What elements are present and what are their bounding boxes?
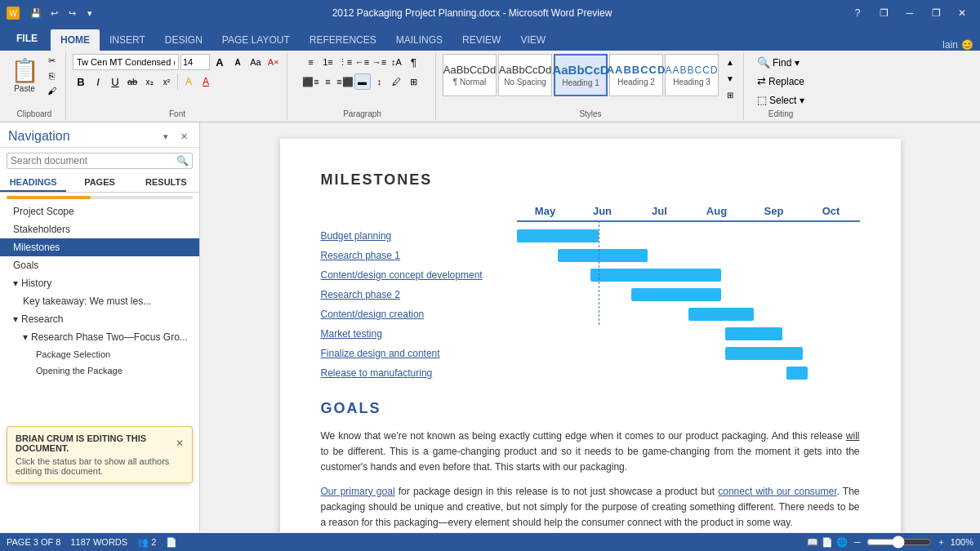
tab-home[interactable]: HOME (51, 29, 100, 51)
style-heading1[interactable]: AaBbCcD Heading 1 (554, 54, 608, 96)
gantt-label-content-dev[interactable]: Content/design concept development (321, 269, 517, 281)
save-quick-btn[interactable]: 💾 (28, 5, 44, 21)
tab-file[interactable]: FILE (3, 26, 51, 51)
font-grow-btn[interactable]: A (212, 54, 228, 70)
tooltip-close-btn[interactable]: ✕ (176, 438, 184, 449)
gantt-label-market[interactable]: Market testing (321, 328, 517, 340)
bold-btn[interactable]: B (73, 73, 89, 90)
gantt-label-research2[interactable]: Research phase 2 (321, 289, 517, 300)
select-btn[interactable]: ⬚ Select ▾ (751, 91, 811, 109)
word-count[interactable]: 1187 WORDS (70, 537, 127, 547)
find-btn[interactable]: 🔍 Find ▾ (751, 54, 806, 71)
clear-formatting-btn[interactable]: A✕ (265, 54, 282, 70)
zoom-slider[interactable] (866, 535, 932, 549)
paste-btn[interactable]: 📋 Paste (8, 54, 41, 96)
style-normal[interactable]: AaBbCcDd ¶ Normal (443, 54, 497, 96)
font-name-input[interactable] (73, 54, 179, 70)
format-painter-btn[interactable]: 🖌 (42, 83, 60, 97)
subscript-btn[interactable]: x₂ (141, 73, 158, 90)
tab-references[interactable]: REFERENCES (300, 29, 386, 51)
nav-search-input[interactable] (11, 155, 176, 167)
shading-btn[interactable]: 🖊 (389, 73, 405, 90)
gantt-label-finalize[interactable]: Finalize design and content (321, 348, 517, 359)
show-hide-btn[interactable]: ¶ (406, 54, 422, 70)
undo-quick-btn[interactable]: ↩ (46, 5, 62, 21)
nav-item-research[interactable]: ▾ Research (0, 310, 199, 328)
restore-btn[interactable]: ❐ (872, 5, 895, 21)
zoom-level[interactable]: 100% (951, 537, 973, 547)
styles-more-btn[interactable]: ⊞ (722, 87, 738, 103)
close-btn[interactable]: ✕ (951, 5, 973, 21)
tab-view[interactable]: VIEW (510, 29, 555, 51)
nav-item-research-phase-two[interactable]: ▾ Research Phase Two—Focus Gro... (0, 328, 199, 346)
zoom-in-btn[interactable]: + (938, 537, 943, 547)
justify-btn[interactable]: ▬ (354, 73, 371, 90)
font-size-input[interactable] (180, 54, 210, 70)
border-btn[interactable]: ⊞ (406, 73, 422, 90)
multilevel-btn[interactable]: ⋮≡ (337, 54, 354, 70)
styles-up-btn[interactable]: ▲ (722, 54, 738, 70)
nav-tab-headings[interactable]: HEADINGS (0, 174, 66, 192)
read-mode-btn[interactable]: 📖 (807, 537, 818, 548)
gantt-label-content-create[interactable]: Content/design creation (321, 309, 517, 320)
linespace-btn[interactable]: ↕ (372, 73, 388, 90)
nav-pin-btn[interactable]: ▾ (158, 129, 173, 144)
numbering-btn[interactable]: 1≡ (320, 54, 336, 70)
view-icon-btn[interactable]: 📄 (166, 537, 177, 548)
nav-item-project-scope[interactable]: Project Scope (0, 202, 199, 220)
gantt-label-budget[interactable]: Budget planning (321, 230, 517, 242)
zoom-out-btn[interactable]: ─ (854, 537, 861, 547)
increase-indent-btn[interactable]: →≡ (372, 54, 388, 70)
redo-quick-btn[interactable]: ↪ (64, 5, 80, 21)
nav-item-history[interactable]: ▾ History (0, 274, 199, 292)
decrease-indent-btn[interactable]: ←≡ (354, 54, 371, 70)
align-left-btn[interactable]: ⬛≡ (303, 73, 319, 90)
strikethrough-btn[interactable]: ab (124, 73, 140, 90)
font-shrink-btn[interactable]: A (229, 54, 246, 70)
nav-item-package-selection[interactable]: Package Selection (0, 346, 199, 362)
nav-item-opening-package[interactable]: Opening the Package (0, 362, 199, 379)
sort-btn[interactable]: ↕A (389, 54, 405, 70)
authors-count-btn[interactable]: 👥 2 (137, 537, 156, 548)
minimize-btn[interactable]: ─ (898, 5, 921, 21)
style-heading2[interactable]: AABBCCD Heading 2 (609, 54, 663, 96)
superscript-btn[interactable]: x² (158, 73, 175, 90)
copy-btn[interactable]: ⎘ (42, 69, 60, 82)
tab-mailings[interactable]: MAILINGS (386, 29, 452, 51)
gantt-label-research1[interactable]: Research phase 1 (321, 250, 517, 261)
highlight-btn[interactable]: A (180, 73, 197, 90)
replace-btn[interactable]: ⇄ Replace (751, 73, 811, 90)
document-area[interactable]: MILESTONES May Jun Jul Aug Sep Oct Budge… (200, 122, 980, 532)
tab-review[interactable]: REVIEW (452, 29, 510, 51)
bullets-btn[interactable]: ≡ (303, 54, 319, 70)
customize-quick-btn[interactable]: ▾ (82, 5, 98, 21)
nav-close-btn[interactable]: ✕ (176, 129, 191, 144)
nav-item-stakeholders[interactable]: Stakeholders (0, 220, 199, 238)
nav-item-milestones[interactable]: Milestones (0, 238, 199, 256)
web-mode-btn[interactable]: 🌐 (836, 537, 848, 548)
style-heading3[interactable]: AABBCCD Heading 3 (665, 54, 719, 96)
connect-link[interactable]: connect with our consumer (718, 486, 836, 497)
cut-btn[interactable]: ✂ (42, 54, 60, 68)
print-mode-btn[interactable]: 📄 (822, 537, 833, 548)
change-case-btn[interactable]: Aa (247, 54, 264, 70)
italic-btn[interactable]: I (90, 73, 106, 90)
underline-btn[interactable]: U (107, 73, 123, 90)
nav-tab-pages[interactable]: PAGES (66, 174, 132, 192)
align-center-btn[interactable]: ≡ (320, 73, 336, 90)
styles-down-btn[interactable]: ▼ (722, 70, 738, 87)
nav-item-key-takeaway[interactable]: Key takeaway: We must les... (0, 292, 199, 310)
maximize-btn[interactable]: ❐ (924, 5, 947, 21)
primary-goal-link[interactable]: Our primary goal (321, 486, 395, 497)
tab-design[interactable]: DESIGN (155, 29, 212, 51)
nav-tab-results[interactable]: RESULTS (133, 174, 199, 192)
gantt-label-release[interactable]: Release to manufacturing (321, 367, 517, 379)
font-color-btn[interactable]: A (198, 73, 214, 90)
help-btn[interactable]: ? (846, 5, 869, 21)
align-right-btn[interactable]: ≡⬛ (337, 73, 354, 90)
nav-item-goals[interactable]: Goals (0, 256, 199, 274)
tab-pagelayout[interactable]: PAGE LAYOUT (212, 29, 300, 51)
user-menu-btn[interactable]: Iain 😊 (942, 39, 973, 51)
tab-insert[interactable]: INSERT (100, 29, 155, 51)
style-nospacing[interactable]: AaBbCcDd No Spacing (498, 54, 552, 96)
